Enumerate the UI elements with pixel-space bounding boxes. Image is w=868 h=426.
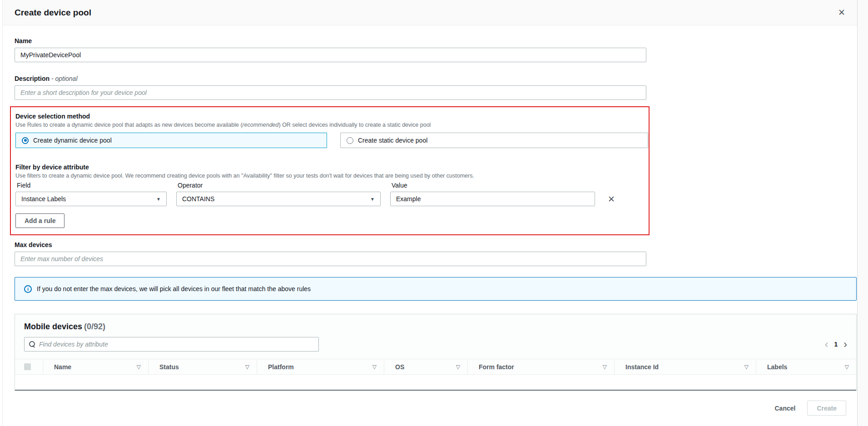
description-input[interactable] (15, 85, 646, 100)
pagination: ‹ 1 › (825, 339, 847, 350)
page-right-gutter (857, 0, 868, 426)
column-filter-icon[interactable]: ▽ (372, 364, 377, 370)
device-search-box[interactable] (24, 337, 319, 352)
operator-label: Operator (178, 182, 381, 189)
current-page-number[interactable]: 1 (834, 341, 838, 348)
column-filter-icon[interactable]: ▽ (137, 364, 141, 370)
column-header-instance-id[interactable]: Instance Id ▽ (614, 359, 756, 374)
name-label: Name (15, 37, 857, 45)
mobile-devices-card: Mobile devices (0/92) ‹ 1 › (15, 314, 857, 391)
operator-select[interactable]: CONTAINS ▼ (176, 192, 381, 206)
previous-page-icon[interactable]: ‹ (825, 339, 828, 350)
chevron-down-icon: ▼ (156, 197, 161, 202)
search-input[interactable] (39, 341, 314, 348)
mobile-devices-heading: Mobile devices (0/92) (24, 322, 847, 332)
column-filter-icon[interactable]: ▽ (245, 364, 249, 370)
column-header-status[interactable]: Status ▽ (148, 359, 257, 374)
info-icon: i (24, 285, 32, 293)
mobile-devices-title: Mobile devices (24, 322, 82, 331)
info-banner-text: If you do not enter the max devices, we … (37, 285, 311, 292)
modal-footer: Cancel Create (15, 391, 857, 416)
operator-select-value: CONTAINS (182, 195, 214, 203)
annotation-highlight-box: Device selection method Use Rules to cre… (10, 106, 650, 235)
column-filter-icon[interactable]: ▽ (603, 364, 607, 370)
column-filter-icon[interactable]: ▽ (744, 364, 749, 370)
chevron-down-icon: ▼ (370, 197, 375, 202)
name-field-group: Name (15, 37, 857, 62)
column-filter-icon[interactable]: ▽ (845, 364, 849, 370)
column-header-labels[interactable]: Labels ▽ (756, 359, 856, 374)
filter-rule-row: Field Instance Labels ▼ Operator CONTAIN… (15, 182, 649, 206)
max-devices-label: Max devices (15, 241, 857, 248)
field-select-value: Instance Labels (21, 195, 66, 203)
column-header-form-factor[interactable]: Form factor ▽ (467, 359, 614, 374)
column-header-os[interactable]: OS ▽ (384, 359, 467, 374)
table-header-row: Name ▽ Status ▽ Platform ▽ OS ▽ Form fac… (15, 359, 856, 375)
column-filter-icon[interactable]: ▽ (456, 364, 460, 370)
create-button[interactable]: Create (807, 401, 846, 416)
table-empty-body (15, 375, 856, 391)
max-devices-input[interactable] (15, 252, 646, 266)
next-page-icon[interactable]: › (843, 339, 847, 350)
radio-selected-icon[interactable] (22, 137, 29, 144)
device-selection-options: Create dynamic device pool Create static… (15, 133, 649, 148)
add-a-rule-button[interactable]: Add a rule (15, 213, 64, 228)
max-devices-field-group: Max devices (15, 241, 857, 266)
radio-unselected-icon[interactable] (347, 137, 353, 144)
value-label: Value (392, 182, 595, 189)
device-selection-method-help: Use Rules to create a dynamic device poo… (15, 122, 649, 128)
close-icon[interactable]: ✕ (838, 8, 845, 17)
option-static-label: Create static device pool (358, 137, 427, 144)
description-optional-suffix: - optional (51, 75, 78, 82)
remove-rule-icon[interactable]: ✕ (608, 192, 615, 206)
description-field-group: Description - optional (15, 75, 857, 100)
search-icon (29, 341, 35, 347)
filter-help: Use filters to create a dynamic device p… (15, 173, 649, 179)
filter-by-device-attribute-label: Filter by device attribute (15, 163, 649, 171)
select-all-checkbox-cell (15, 359, 43, 374)
name-input[interactable] (15, 48, 646, 62)
create-device-pool-modal: Create device pool ✕ Name Description - … (2, 0, 857, 426)
option-dynamic-label: Create dynamic device pool (33, 137, 112, 144)
description-label: Description (15, 75, 50, 82)
field-label: Field (17, 182, 167, 189)
device-selection-method-label: Device selection method (15, 113, 649, 120)
modal-body: Name Description - optional Device selec… (3, 25, 857, 416)
mobile-devices-count: (0/92) (84, 322, 105, 331)
value-input[interactable] (390, 192, 595, 206)
option-create-dynamic-device-pool[interactable]: Create dynamic device pool (15, 133, 327, 148)
field-select[interactable]: Instance Labels ▼ (15, 192, 167, 206)
option-create-static-device-pool[interactable]: Create static device pool (340, 133, 648, 148)
page-title: Create device pool (15, 8, 91, 18)
column-header-name[interactable]: Name ▽ (43, 359, 148, 374)
info-banner: i If you do not enter the max devices, w… (15, 277, 857, 301)
column-header-platform[interactable]: Platform ▽ (257, 359, 384, 374)
cancel-button[interactable]: Cancel (774, 405, 795, 412)
checkbox-disabled-icon[interactable] (24, 363, 31, 370)
modal-header: Create device pool ✕ (3, 0, 857, 25)
